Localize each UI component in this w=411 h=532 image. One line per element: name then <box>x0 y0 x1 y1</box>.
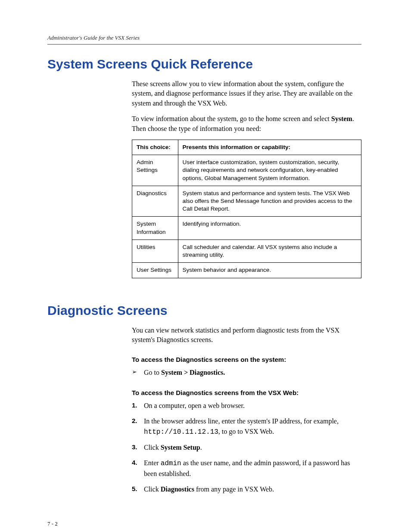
table-header-row: This choice: Presents this information o… <box>132 140 361 155</box>
text-fragment: , to go to VSX Web. <box>218 428 274 435</box>
table-cell: System Information <box>132 217 178 240</box>
list-item: 1. On a computer, open a web browser. <box>132 401 361 411</box>
step-number: 4. <box>132 458 137 468</box>
table-cell: Diagnostics <box>132 186 178 217</box>
step-heading-vsx-web: To access the Diagnostics screens from t… <box>132 389 361 396</box>
text-bold-path: System > Diagnostics. <box>161 369 225 376</box>
table-header-choice: This choice: <box>132 140 178 155</box>
list-item: 3. Click System Setup. <box>132 442 361 453</box>
step-number: 1. <box>132 401 137 411</box>
text-bold-system: System <box>331 115 352 122</box>
section2-para1: You can view network statistics and perf… <box>132 326 361 345</box>
text-bold: System Setup <box>161 444 200 451</box>
table-row: Utilities Call scheduler and calendar. A… <box>132 240 361 262</box>
table-cell: User Settings <box>132 263 178 278</box>
table-cell: Admin Settings <box>132 155 178 186</box>
reference-table: This choice: Presents this information o… <box>132 140 361 278</box>
text-fragment: Go to <box>144 369 161 376</box>
page-number: 7 - 2 <box>47 520 361 527</box>
table-cell: User interface customization, system cus… <box>178 155 361 186</box>
table-row: System Information Identifying informati… <box>132 217 361 240</box>
table-row: User Settings System behavior and appear… <box>132 263 361 278</box>
table-cell: System status and performance and system… <box>178 186 361 217</box>
step-heading-on-system: To access the Diagnostics screens on the… <box>132 356 361 363</box>
code-text: http://10.11.12.13 <box>144 428 218 436</box>
list-item: 4. Enter admin as the user name, and the… <box>132 458 361 479</box>
list-item: ➢ Go to System > Diagnostics. <box>132 367 361 378</box>
arrow-list: ➢ Go to System > Diagnostics. <box>132 367 361 378</box>
text-fragment: On a computer, open a web browser. <box>144 402 245 409</box>
table-cell: Identifying information. <box>178 217 361 240</box>
text-fragment: Enter <box>144 459 161 467</box>
step-number: 5. <box>132 484 137 494</box>
text-fragment: from any page in VSX Web. <box>194 485 274 493</box>
section1-para1: These screens allow you to view informat… <box>132 79 361 108</box>
header-rule <box>47 44 361 45</box>
list-item: 5. Click Diagnostics from any page in VS… <box>132 484 361 495</box>
arrow-icon: ➢ <box>132 367 137 376</box>
text-bold: Diagnostics <box>161 485 194 493</box>
section2-body: You can view network statistics and perf… <box>132 326 361 495</box>
text-fragment: Click <box>144 444 161 451</box>
numbered-list: 1. On a computer, open a web browser. 2.… <box>132 401 361 495</box>
code-text: admin <box>161 460 181 467</box>
step-number: 3. <box>132 442 137 452</box>
text-fragment: In the browser address line, enter the s… <box>144 417 339 425</box>
section1-para2: To view information about the system, go… <box>132 114 361 134</box>
section-title-diagnostic-screens: Diagnostic Screens <box>47 303 361 318</box>
step-number: 2. <box>132 416 137 426</box>
table-row: Admin Settings User interface customizat… <box>132 155 361 186</box>
list-item: 2. In the browser address line, enter th… <box>132 416 361 437</box>
table-header-capability: Presents this information or capability: <box>178 140 361 155</box>
section1-body: These screens allow you to view informat… <box>132 79 361 278</box>
table-row: Diagnostics System status and performanc… <box>132 186 361 217</box>
text-fragment: . <box>200 444 202 451</box>
table-cell: Utilities <box>132 240 178 262</box>
text-fragment: To view information about the system, go… <box>132 115 331 122</box>
running-header: Administrator's Guide for the VSX Series <box>47 34 361 41</box>
table-cell: Call scheduler and calendar. All VSX sys… <box>178 240 361 262</box>
text-fragment: Click <box>144 485 161 493</box>
table-cell: System behavior and appearance. <box>178 263 361 278</box>
section-title-system-screens: System Screens Quick Reference <box>47 57 361 72</box>
page-container: Administrator's Guide for the VSX Series… <box>0 0 411 532</box>
